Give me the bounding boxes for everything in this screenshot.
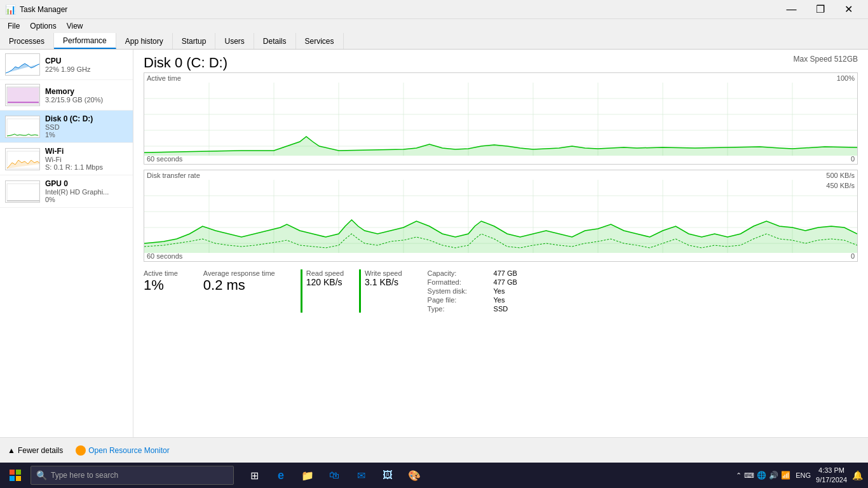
maximize-button[interactable]: ❐ — [806, 0, 834, 19]
svg-rect-40 — [16, 476, 21, 481]
start-button[interactable] — [3, 463, 28, 488]
disk-transfer-label: Disk transfer rate — [147, 172, 200, 179]
wifi-speed: S: 0.1 R: 1.1 Mbps — [45, 163, 128, 171]
tab-users[interactable]: Users — [215, 33, 254, 49]
sidebar-item-wifi[interactable]: Wi-Fi Wi-Fi S: 0.1 R: 1.1 Mbps — [0, 143, 133, 175]
edge-icon-button[interactable]: e — [268, 463, 294, 488]
fewer-details-label: Fewer details — [18, 446, 63, 455]
notification-icon[interactable]: 🔔 — [852, 470, 863, 480]
minimize-button[interactable]: — — [777, 0, 806, 19]
tab-details[interactable]: Details — [254, 33, 296, 49]
menu-view[interactable]: View — [62, 20, 88, 32]
active-time-chart: Active time 100% 60 seconds 0 — [144, 72, 858, 165]
clock-time: 4:33 PM — [816, 466, 847, 475]
close-button[interactable]: ✕ — [834, 0, 863, 19]
volume-icon[interactable]: 🔊 — [769, 471, 778, 480]
tab-processes[interactable]: Processes — [0, 33, 54, 49]
wifi-type: Wi-Fi — [45, 156, 128, 163]
tab-services[interactable]: Services — [296, 33, 344, 49]
tab-performance[interactable]: Performance — [54, 33, 116, 49]
write-speed-label: Write speed — [365, 269, 402, 277]
cpu-name: CPU — [45, 57, 128, 65]
resource-icon — [76, 445, 86, 456]
cpu-info: CPU 22% 1.99 GHz — [45, 57, 128, 73]
right-panel: Disk 0 (C: D:) Max Speed 512GB Active ti… — [133, 50, 868, 437]
wifi-info: Wi-Fi Wi-Fi S: 0.1 R: 1.1 Mbps — [45, 147, 128, 171]
taskbar-clock[interactable]: 4:33 PM 9/17/2024 — [816, 466, 847, 485]
gallery-button[interactable]: 🖼 — [375, 463, 400, 488]
active-time-seconds: 60 seconds — [147, 155, 182, 163]
write-speed-stat: Write speed 3.1 KB/s — [359, 269, 402, 313]
active-time-stat-value: 1% — [144, 277, 178, 294]
system-disk-label: System disk: — [428, 287, 491, 295]
app-title: Task Manager — [20, 5, 67, 14]
cpu-stats: 22% 1.99 GHz — [45, 65, 128, 73]
sidebar-item-cpu[interactable]: CPU 22% 1.99 GHz — [0, 50, 133, 80]
store-icon: 🛍 — [329, 470, 339, 481]
app-icon: 📊 — [5, 4, 16, 15]
active-time-label: Active time — [147, 74, 181, 82]
network-icon[interactable]: 🌐 — [757, 471, 766, 480]
menu-options[interactable]: Options — [25, 20, 61, 32]
chevron-up-icon: ▲ — [8, 446, 15, 455]
explorer-button[interactable]: 📁 — [295, 463, 320, 488]
disk-transfer-seconds: 60 seconds — [147, 252, 182, 260]
main-content: CPU 22% 1.99 GHz Memory 3.2/15.9 GB (20%… — [0, 50, 868, 437]
bottom-bar: ▲ Fewer details Open Resource Monitor — [0, 437, 868, 463]
panel-header: Disk 0 (C: D:) Max Speed 512GB — [144, 55, 858, 71]
mail-button[interactable]: ✉ — [348, 463, 374, 488]
cpu-chart-svg — [6, 54, 40, 76]
search-bar[interactable]: 🔍 Type here to search — [31, 466, 234, 485]
clock-date: 9/17/2024 — [816, 475, 847, 485]
sidebar: CPU 22% 1.99 GHz Memory 3.2/15.9 GB (20%… — [0, 50, 133, 437]
mem-stats: 3.2/15.9 GB (20%) — [45, 96, 128, 104]
wifi-name: Wi-Fi — [45, 147, 128, 156]
mem-info: Memory 3.2/15.9 GB (20%) — [45, 87, 128, 104]
read-speed-label: Read speed — [306, 269, 344, 277]
svg-marker-36 — [144, 220, 857, 253]
task-view-icon: ⊞ — [250, 470, 259, 482]
avg-response-stat: Average response time 0.2 ms — [203, 269, 275, 313]
keyboard-icon[interactable]: ⌨ — [744, 471, 754, 480]
windows-logo-icon — [10, 470, 21, 481]
taskbar-pinned-icons: ⊞ e 📁 🛍 ✉ 🖼 🎨 — [241, 463, 427, 488]
gpu0-usage: 0% — [45, 196, 128, 203]
tabs-bar: Processes Performance App history Startu… — [0, 33, 868, 50]
edge-icon: e — [278, 469, 284, 482]
type-value: SSD — [494, 305, 545, 313]
svg-rect-37 — [10, 470, 15, 475]
taskbar: 🔍 Type here to search ⊞ e 📁 🛍 ✉ 🖼 🎨 ⌃ ⌨ — [0, 463, 868, 488]
fewer-details-button[interactable]: ▲ Fewer details — [8, 446, 63, 455]
sidebar-item-memory[interactable]: Memory 3.2/15.9 GB (20%) — [0, 80, 133, 111]
active-time-zero: 0 — [851, 155, 855, 163]
menu-bar: File Options View — [0, 19, 868, 33]
cpu-mini-chart — [5, 53, 40, 76]
capacity-group: Capacity: 477 GB Formatted: 477 GB Syste… — [428, 269, 545, 313]
read-speed-stat: Read speed 120 KB/s — [301, 269, 344, 313]
sidebar-item-disk0[interactable]: Disk 0 (C: D:) SSD 1% — [0, 111, 133, 143]
paint-button[interactable]: 🎨 — [402, 463, 427, 488]
gpu0-info: GPU 0 Intel(R) HD Graphi... 0% — [45, 179, 128, 203]
open-resource-monitor-button[interactable]: Open Resource Monitor — [76, 445, 169, 456]
task-view-button[interactable]: ⊞ — [241, 463, 267, 488]
disk-chart-svg — [6, 116, 40, 138]
formatted-label: Formatted: — [428, 278, 491, 286]
panel-max-speed: Max Speed 512GB — [794, 55, 858, 64]
disk-transfer-zero: 0 — [851, 252, 855, 260]
gpu-mini-chart — [5, 180, 40, 203]
chevron-up-tray-icon[interactable]: ⌃ — [736, 471, 742, 480]
title-bar-left: 📊 Task Manager — [5, 4, 67, 15]
search-input-placeholder: Type here to search — [51, 471, 118, 480]
sidebar-item-gpu0[interactable]: GPU 0 Intel(R) HD Graphi... 0% — [0, 175, 133, 208]
menu-file[interactable]: File — [3, 20, 25, 32]
disk0-type: SSD — [45, 123, 128, 131]
wifi-mini-chart — [5, 148, 40, 170]
mem-chart-svg — [6, 85, 40, 106]
tab-app-history[interactable]: App history — [116, 33, 173, 49]
tab-startup[interactable]: Startup — [173, 33, 216, 49]
svg-rect-3 — [7, 119, 39, 136]
store-button[interactable]: 🛍 — [322, 463, 347, 488]
wifi-tray-icon[interactable]: 📶 — [781, 471, 790, 480]
folder-icon: 📁 — [301, 470, 314, 482]
gpu-chart-svg — [6, 181, 40, 203]
